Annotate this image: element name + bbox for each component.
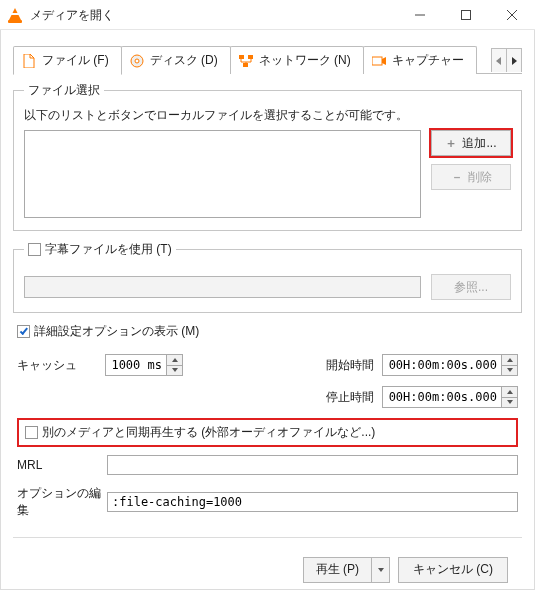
- stop-time-spinner[interactable]: [382, 386, 518, 408]
- remove-button-label: 削除: [468, 169, 492, 186]
- stop-time-value[interactable]: [383, 387, 501, 407]
- minimize-button[interactable]: [397, 0, 443, 30]
- start-up[interactable]: [502, 355, 517, 366]
- file-selection-group: ファイル選択 以下のリストとボタンでローカルファイルを選択することが可能です。 …: [13, 82, 522, 231]
- svg-rect-5: [243, 63, 248, 67]
- plus-icon: ＋: [445, 135, 457, 152]
- subtitle-browse-label: 参照...: [454, 279, 488, 296]
- svg-rect-4: [248, 55, 253, 59]
- divider: [13, 537, 522, 538]
- start-time-label: 開始時間: [326, 357, 374, 374]
- svg-rect-3: [239, 55, 244, 59]
- file-list[interactable]: [24, 130, 421, 218]
- stop-time-label: 停止時間: [326, 389, 374, 406]
- show-advanced-label: 詳細設定オプションの表示 (M): [34, 323, 199, 340]
- svg-point-2: [135, 59, 139, 63]
- file-icon: [22, 54, 36, 68]
- bottom-bar: 再生 (P) キャンセル (C): [13, 550, 522, 589]
- tab-file-label: ファイル (F): [42, 52, 109, 69]
- tab-disc[interactable]: ディスク (D): [121, 46, 231, 74]
- start-time-value[interactable]: [383, 355, 501, 375]
- tab-capture[interactable]: キャプチャー: [363, 46, 477, 74]
- checkbox-icon: [17, 325, 30, 338]
- cancel-button[interactable]: キャンセル (C): [398, 557, 508, 583]
- cancel-button-label: キャンセル (C): [413, 561, 493, 578]
- options-input[interactable]: [107, 492, 518, 512]
- cache-spinner[interactable]: [105, 354, 183, 376]
- mrl-input[interactable]: [107, 455, 518, 475]
- disc-icon: [130, 54, 144, 68]
- file-selection-legend: ファイル選択: [24, 82, 104, 99]
- sync-play-checkbox[interactable]: 別のメディアと同期再生する (外部オーディオファイルなど...): [25, 424, 510, 441]
- add-button-label: 追加...: [462, 135, 496, 152]
- close-button[interactable]: [489, 0, 535, 30]
- start-time-spinner[interactable]: [382, 354, 518, 376]
- add-button[interactable]: ＋ 追加...: [431, 130, 511, 156]
- use-subtitle-label: 字幕ファイルを使用 (T): [45, 241, 172, 258]
- network-icon: [239, 54, 253, 68]
- cache-value[interactable]: [106, 355, 166, 375]
- checkbox-icon: [25, 426, 38, 439]
- play-button-label: 再生 (P): [316, 561, 359, 578]
- cache-down[interactable]: [167, 366, 182, 376]
- cache-up[interactable]: [167, 355, 182, 366]
- use-subtitle-checkbox[interactable]: 字幕ファイルを使用 (T): [28, 241, 172, 258]
- show-advanced-checkbox[interactable]: 詳細設定オプションの表示 (M): [17, 323, 518, 340]
- tab-disc-label: ディスク (D): [150, 52, 218, 69]
- tab-scroll-right[interactable]: [506, 48, 522, 72]
- play-button[interactable]: 再生 (P): [303, 557, 390, 583]
- sync-row-highlight: 別のメディアと同期再生する (外部オーディオファイルなど...): [17, 418, 518, 447]
- remove-button[interactable]: － 削除: [431, 164, 511, 190]
- subtitle-group: 字幕ファイルを使用 (T) 参照...: [13, 241, 522, 313]
- tab-strip: ファイル (F) ディスク (D) ネットワーク (N) キャプチャー: [13, 46, 522, 74]
- mrl-label: MRL: [17, 458, 107, 472]
- sync-play-label: 別のメディアと同期再生する (外部オーディオファイルなど...): [42, 424, 375, 441]
- advanced-section: 詳細設定オプションの表示 (M) キャッシュ 開始時間: [13, 323, 522, 519]
- tab-network-label: ネットワーク (N): [259, 52, 351, 69]
- file-selection-hint: 以下のリストとボタンでローカルファイルを選択することが可能です。: [24, 107, 511, 124]
- maximize-button[interactable]: [443, 0, 489, 30]
- options-label: オプションの編集: [17, 485, 107, 519]
- window-title: メディアを開く: [30, 5, 397, 24]
- stop-down[interactable]: [502, 398, 517, 408]
- subtitle-browse-button[interactable]: 参照...: [431, 274, 511, 300]
- capture-icon: [372, 54, 386, 68]
- tab-file[interactable]: ファイル (F): [13, 46, 122, 75]
- play-dropdown[interactable]: [371, 558, 389, 582]
- svg-rect-0: [462, 10, 471, 19]
- titlebar: メディアを開く: [0, 0, 535, 30]
- minus-icon: －: [451, 169, 463, 186]
- subtitle-path-input[interactable]: [24, 276, 421, 298]
- dialog-body: ファイル (F) ディスク (D) ネットワーク (N) キャプチャー: [0, 30, 535, 590]
- checkbox-icon: [28, 243, 41, 256]
- tab-network[interactable]: ネットワーク (N): [230, 46, 364, 74]
- tab-panel-file: ファイル選択 以下のリストとボタンでローカルファイルを選択することが可能です。 …: [13, 82, 522, 589]
- cache-label: キャッシュ: [17, 357, 97, 374]
- svg-rect-6: [372, 57, 382, 65]
- start-down[interactable]: [502, 366, 517, 376]
- tab-capture-label: キャプチャー: [392, 52, 464, 69]
- window-buttons: [397, 0, 535, 30]
- vlc-icon: [8, 8, 22, 22]
- tab-scroll-left[interactable]: [491, 48, 507, 72]
- stop-up[interactable]: [502, 387, 517, 398]
